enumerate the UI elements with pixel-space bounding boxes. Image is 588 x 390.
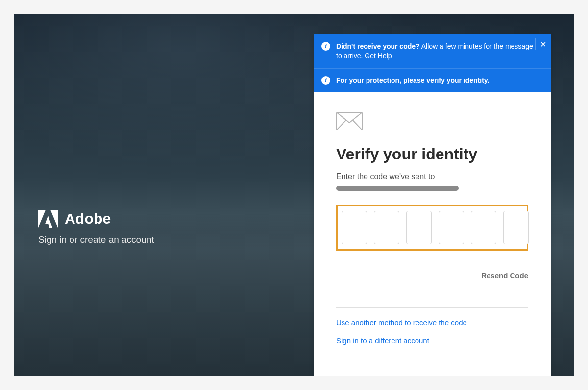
mail-icon	[336, 112, 363, 130]
code-digit-2[interactable]	[374, 211, 399, 244]
brand-row: Adobe	[38, 210, 154, 228]
banner-bold: For your protection, please verify your …	[336, 77, 489, 84]
panel-body: Verify your identity Enter the code we'v…	[314, 92, 551, 376]
banner-protection: i For your protection, please verify you…	[314, 68, 551, 92]
close-banner-button[interactable]: ✕	[535, 38, 547, 50]
different-account-link[interactable]: Sign in to a different account	[336, 337, 528, 345]
auth-background: Adobe Sign in or create an account i Did…	[14, 14, 574, 376]
svg-text:i: i	[325, 77, 327, 84]
banner-text: Didn't receive your code? Allow a few mi…	[336, 41, 543, 61]
redacted-email	[336, 186, 459, 191]
code-digit-4[interactable]	[439, 211, 464, 244]
use-another-method-link[interactable]: Use another method to receive the code	[336, 318, 528, 327]
code-digit-1[interactable]	[342, 211, 367, 244]
divider	[336, 307, 528, 308]
close-icon: ✕	[540, 40, 546, 49]
info-icon: i	[321, 42, 330, 51]
brand-subtitle: Sign in or create an account	[38, 234, 154, 245]
code-digit-5[interactable]	[471, 211, 496, 244]
brand-block: Adobe Sign in or create an account	[38, 210, 154, 245]
adobe-logo-icon	[38, 210, 58, 228]
code-input-group	[336, 205, 528, 251]
banner-no-code: i Didn't receive your code? Allow a few …	[314, 34, 551, 68]
banner-text: For your protection, please verify your …	[336, 76, 543, 85]
info-icon: i	[321, 76, 330, 85]
brand-name: Adobe	[65, 210, 111, 227]
svg-text:i: i	[325, 42, 327, 50]
resend-row: Resend Code	[336, 271, 528, 280]
code-row	[342, 211, 523, 244]
subtitle: Enter the code we've sent to	[336, 172, 528, 181]
get-help-link[interactable]: Get Help	[365, 52, 392, 60]
banner-bold: Didn't receive your code?	[336, 42, 420, 50]
verify-panel: i Didn't receive your code? Allow a few …	[314, 34, 551, 376]
resend-code-button[interactable]: Resend Code	[481, 271, 528, 280]
page-title: Verify your identity	[336, 145, 528, 163]
code-digit-3[interactable]	[406, 211, 432, 244]
code-digit-6[interactable]	[503, 211, 529, 244]
